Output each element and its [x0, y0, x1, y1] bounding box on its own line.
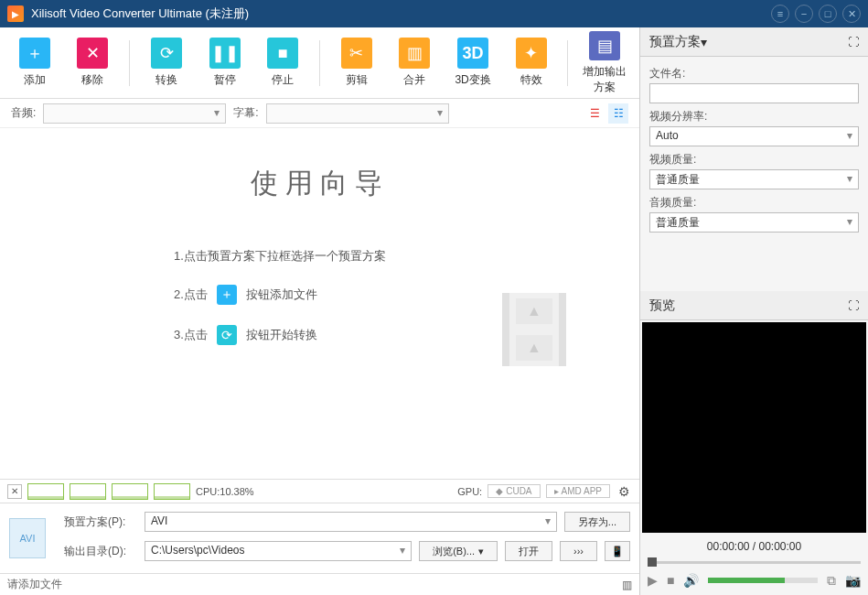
amd-chip[interactable]: ▸AMD APP — [546, 484, 610, 498]
wizard-area: 使用向导 1.点击预置方案下拉框选择一个预置方案 2.点击 ＋ 按钮添加文件 3… — [0, 128, 639, 479]
cuda-chip[interactable]: ◆CUDA — [488, 484, 540, 498]
cpu-bar: ✕ CPU:10.38% GPU: ◆CUDA ▸AMD APP ⚙ — [0, 479, 639, 503]
gear-icon[interactable]: ⚙ — [616, 483, 632, 500]
menu-button[interactable]: ≡ — [771, 5, 789, 23]
window-title: Xilisoft Video Converter Ultimate (未注册) — [31, 5, 766, 22]
document-icon: ▤ — [589, 31, 620, 60]
sparkle-icon: ✦ — [516, 38, 547, 69]
merge-button[interactable]: ▥合并 — [388, 31, 443, 95]
separator — [319, 40, 320, 86]
scissors-icon: ✂ — [341, 38, 372, 69]
minimize-button[interactable]: − — [795, 5, 813, 23]
play-button[interactable]: ▶ — [648, 573, 658, 588]
pause-button[interactable]: ❚❚暂停 — [198, 31, 252, 95]
preview-time: 00:00:00 / 00:00:00 — [640, 535, 868, 558]
more-button[interactable]: ››› — [560, 541, 597, 561]
add-output-button[interactable]: ▤增加输出方案 — [577, 31, 632, 95]
titlebar: ▶ Xilisoft Video Converter Ultimate (未注册… — [0, 0, 868, 27]
gpu-label: GPU: — [457, 486, 482, 497]
vres-select[interactable]: Auto — [649, 126, 859, 146]
filename-label: 文件名: — [649, 66, 859, 81]
sub-toolbar: 音频: 字幕: ☰ ☷ — [0, 99, 639, 128]
maximize-button[interactable]: □ — [819, 5, 837, 23]
volume-icon[interactable]: 🔊 — [683, 573, 699, 588]
plus-icon: ＋ — [217, 285, 237, 305]
close-button[interactable]: ✕ — [842, 5, 861, 23]
refresh-icon: ⟳ — [217, 325, 237, 345]
x-icon: ✕ — [77, 38, 108, 69]
vres-label: 视频分辨率: — [649, 109, 859, 124]
cpu-graph — [112, 483, 148, 500]
cpu-graph — [70, 483, 106, 500]
profile-select[interactable]: AVI — [145, 512, 557, 532]
saveas-button[interactable]: 另存为... — [564, 512, 630, 532]
remove-button[interactable]: ✕移除 — [66, 31, 121, 95]
subtitle-select[interactable] — [266, 103, 449, 124]
outdir-label: 输出目录(D): — [64, 544, 137, 559]
3d-icon: 3D — [457, 38, 488, 69]
browse-button[interactable]: 浏览(B)...▾ — [419, 541, 498, 561]
list-icon[interactable]: ▥ — [622, 579, 632, 591]
camera-icon[interactable]: 📷 — [845, 573, 861, 588]
stop-button[interactable]: ■停止 — [255, 31, 310, 95]
bottom-panel: AVI 预置方案(P): AVI 另存为... 输出目录(D): C:\User… — [0, 503, 639, 573]
separator — [129, 40, 130, 86]
filmstrip-icon: ▲▲ — [502, 293, 566, 366]
outdir-select[interactable]: C:\Users\pc\Videos — [145, 541, 412, 561]
cut-button[interactable]: ✂剪辑 — [329, 31, 384, 95]
detail-view-button[interactable]: ☷ — [608, 103, 628, 124]
preset-panel: 文件名: 视频分辨率: Auto 视频质量: 普通质量 音频质量: 普通质量 — [640, 57, 868, 236]
vq-select[interactable]: 普通质量 — [649, 169, 859, 189]
audio-label: 音频: — [11, 105, 36, 121]
wizard-step-1: 1.点击预置方案下拉框选择一个预置方案 — [174, 248, 621, 265]
plus-icon: ＋ — [19, 38, 50, 69]
list-view-button[interactable]: ☰ — [584, 103, 605, 124]
open-button[interactable]: 打开 — [505, 541, 552, 561]
preview-canvas — [642, 322, 866, 533]
aq-label: 音频质量: — [649, 195, 859, 211]
audio-select[interactable] — [43, 103, 226, 124]
preset-panel-header: 预置方案▾ ⛶ — [640, 27, 868, 57]
3d-button[interactable]: 3D3D变换 — [445, 31, 500, 95]
merge-icon: ▥ — [399, 38, 430, 69]
profile-label: 预置方案(P): — [64, 514, 137, 530]
expand-icon[interactable]: ⛶ — [848, 36, 859, 49]
mobile-icon[interactable]: 📱 — [605, 541, 630, 561]
profile-file-icon: AVI — [9, 518, 46, 558]
filename-input[interactable] — [649, 83, 859, 103]
preview-panel: 00:00:00 / 00:00:00 ▶ ■ 🔊 ⧉ 📷 — [640, 320, 868, 595]
main-toolbar: ＋添加 ✕移除 ⟳转换 ❚❚暂停 ■停止 ✂剪辑 ▥合并 3D3D变换 ✦特效 … — [0, 27, 639, 99]
refresh-icon: ⟳ — [151, 38, 182, 69]
status-bar: 请添加文件 ▥ — [0, 573, 639, 595]
vq-label: 视频质量: — [649, 152, 859, 168]
cpu-label: CPU:10.38% — [196, 486, 254, 497]
app-logo-icon: ▶ — [7, 5, 24, 22]
cpu-graph — [27, 483, 64, 500]
add-button[interactable]: ＋添加 — [7, 31, 62, 95]
chevron-down-icon[interactable]: ▾ — [701, 35, 707, 49]
wizard-title: 使用向导 — [18, 165, 621, 202]
convert-button[interactable]: ⟳转换 — [139, 31, 194, 95]
snapshot-button[interactable]: ⧉ — [827, 573, 836, 589]
status-text: 请添加文件 — [7, 577, 62, 592]
seek-slider[interactable] — [648, 558, 861, 566]
close-graph-button[interactable]: ✕ — [7, 484, 22, 499]
fx-button[interactable]: ✦特效 — [504, 31, 559, 95]
expand-icon[interactable]: ⛶ — [848, 299, 859, 312]
volume-slider[interactable] — [708, 578, 818, 583]
stop-preview-button[interactable]: ■ — [667, 573, 674, 588]
preview-panel-header: 预览 ⛶ — [640, 291, 868, 320]
subtitle-label: 字幕: — [233, 105, 258, 121]
aq-select[interactable]: 普通质量 — [649, 212, 859, 233]
pause-icon: ❚❚ — [209, 38, 241, 69]
cpu-graph — [154, 483, 190, 500]
stop-icon: ■ — [267, 38, 298, 69]
separator — [567, 40, 568, 86]
